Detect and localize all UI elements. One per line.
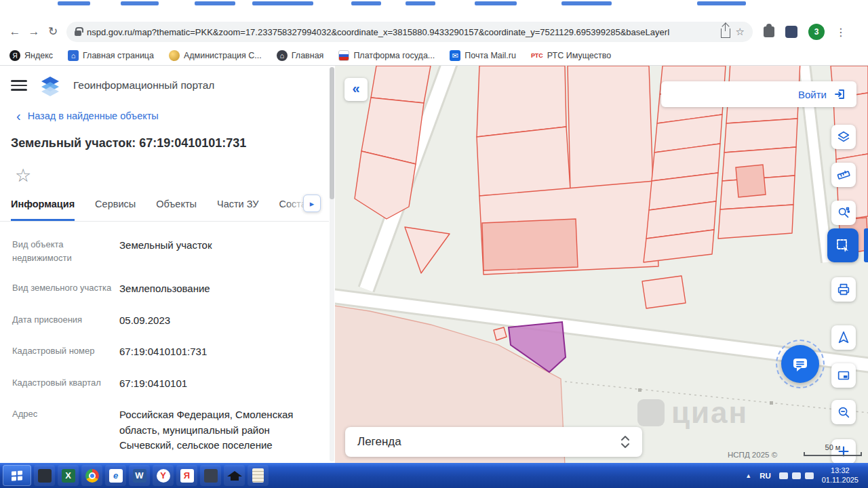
- field-row: Кадастровый номер 67:19:0410101:731: [12, 344, 319, 360]
- screen: ← → ↻ nspd.gov.ru/map?thematic=PKK&zoom=…: [0, 0, 868, 488]
- bookmark-star-icon[interactable]: ☆: [736, 26, 745, 38]
- object-search-button[interactable]: [831, 201, 856, 225]
- overview-frame-button[interactable]: [831, 363, 856, 388]
- geolocation-button[interactable]: [831, 325, 856, 350]
- forward-button[interactable]: →: [24, 22, 43, 41]
- field-row: Вид объекта недвижимости Земельный участ…: [12, 238, 319, 265]
- legend-panel[interactable]: Легенда: [345, 427, 642, 457]
- rts-favicon: РТС: [531, 50, 543, 61]
- tab-fragment: [252, 1, 313, 5]
- map-canvas[interactable]: циан: [329, 66, 868, 463]
- home-favicon: ⌂: [68, 50, 79, 61]
- tab-parts[interactable]: Части ЗУ: [217, 199, 259, 221]
- taskbar-dark-app-icon[interactable]: [34, 465, 55, 486]
- svg-text:циан: циан: [671, 396, 748, 429]
- windows-taskbar: X e W Y Я ▲ RU 13:32 01.11.2025: [0, 463, 868, 488]
- bookmark-main[interactable]: ⌂ Главная: [277, 50, 324, 61]
- reload-button[interactable]: ↻: [43, 22, 62, 41]
- object-title: Земельный участок: 67:19:0410101:731: [0, 121, 335, 150]
- chevron-left-icon: ‹: [16, 111, 21, 121]
- tab-services[interactable]: Сервисы: [95, 199, 136, 221]
- bookmark-gov-platform[interactable]: Платформа госуда...: [338, 50, 435, 61]
- tray-icon[interactable]: [805, 472, 814, 479]
- print-button[interactable]: [831, 277, 856, 302]
- start-button[interactable]: [3, 465, 31, 486]
- tabs-more-button[interactable]: ▸: [303, 195, 321, 212]
- flag-favicon: [338, 50, 349, 61]
- tray-icon[interactable]: [779, 472, 788, 479]
- panel-scrollbar[interactable]: [330, 67, 334, 462]
- app-title: Геоинформационный портал: [73, 79, 214, 92]
- profile-avatar[interactable]: 3: [808, 24, 825, 40]
- login-icon: [833, 87, 847, 101]
- bookmark-yandex[interactable]: Я Яндекс: [9, 50, 53, 61]
- tray-icon[interactable]: [792, 472, 801, 479]
- taskbar-chrome-icon[interactable]: [81, 465, 102, 486]
- layers-button[interactable]: [831, 125, 856, 149]
- taskbar-notepad-icon[interactable]: [248, 465, 269, 486]
- collapse-panel-button[interactable]: «: [344, 78, 368, 101]
- chat-button[interactable]: [781, 345, 819, 383]
- bookmark-home-page[interactable]: ⌂ Главная страница: [68, 50, 154, 61]
- address-bar[interactable]: nspd.gov.ru/map?thematic=PKK&zoom=17.233…: [66, 22, 753, 42]
- url-text[interactable]: nspd.gov.ru/map?thematic=PKK&zoom=17.233…: [87, 27, 715, 37]
- taskbar-excel-icon[interactable]: X: [58, 465, 79, 486]
- field-value: 05.09.2023: [119, 313, 319, 329]
- dark-favicon: ⌂: [277, 50, 288, 61]
- bookmark-label: Главная: [292, 51, 324, 60]
- map-search-button[interactable]: [831, 400, 856, 424]
- panel-tabs: Информация Сервисы Объекты Части ЗУ Сост…: [0, 185, 329, 222]
- scale-line: [804, 452, 862, 456]
- taskbar-word-icon[interactable]: W: [129, 465, 150, 486]
- field-label: Адрес: [12, 407, 114, 453]
- legend-expand-icon[interactable]: [620, 434, 630, 449]
- mail-favicon: ✉: [450, 50, 460, 61]
- field-label: Вид объекта недвижимости: [12, 238, 114, 265]
- measure-ruler-button[interactable]: [831, 163, 856, 187]
- taskbar-education-icon[interactable]: [224, 465, 245, 486]
- cadastral-map[interactable]: циан « Войти: [329, 66, 868, 463]
- login-button[interactable]: Войти: [661, 81, 856, 107]
- portal-logo[interactable]: [38, 73, 62, 98]
- back-link-label: Назад в найденные объекты: [28, 110, 159, 121]
- field-row: Кадастровый квартал 67:19:0410101: [12, 376, 319, 392]
- tab-fragment: [195, 1, 235, 5]
- bookmark-rts[interactable]: РТС РТС Имущество: [531, 50, 611, 61]
- tab-fragment: [406, 1, 435, 5]
- sidebar-extension-icon[interactable]: [785, 26, 797, 38]
- system-tray: ▲ RU 13:32 01.11.2025: [745, 466, 865, 485]
- bookmark-administration[interactable]: Администрация С...: [169, 50, 262, 61]
- taskbar-app-icon[interactable]: [200, 465, 221, 486]
- bookmark-mail[interactable]: ✉ Почта Mail.ru: [450, 50, 516, 61]
- back-to-results-link[interactable]: ‹ Назад в найденные объекты: [0, 105, 335, 121]
- clock-date: 01.11.2025: [822, 476, 859, 484]
- field-value: Землепользование: [119, 281, 319, 297]
- taskbar-ie-icon[interactable]: e: [105, 465, 126, 486]
- field-value: Земельный участок: [119, 238, 319, 265]
- login-label: Войти: [798, 89, 827, 100]
- share-icon[interactable]: [721, 28, 730, 38]
- taskbar-yandex-icon[interactable]: Я: [176, 465, 197, 486]
- scrollbar-thumb[interactable]: [330, 67, 334, 199]
- tray-expand-icon[interactable]: ▲: [745, 472, 751, 479]
- taskbar-yandex-browser-icon[interactable]: Y: [153, 465, 174, 486]
- field-row: Вид земельного участка Землепользование: [12, 281, 319, 297]
- lock-icon[interactable]: [75, 30, 81, 36]
- menu-kebab-icon[interactable]: ⋮: [835, 26, 846, 39]
- tab-information[interactable]: Информация: [11, 199, 75, 221]
- field-value: 67:19:0410101:731: [119, 344, 319, 360]
- hamburger-menu-icon[interactable]: [11, 79, 27, 92]
- tray-icons: [779, 472, 814, 479]
- tab-objects[interactable]: Объекты: [156, 199, 197, 221]
- scale-label: 50 м: [825, 443, 841, 451]
- field-row: Дата присвоения 05.09.2023: [12, 313, 319, 329]
- favorite-star-icon[interactable]: ☆: [0, 150, 335, 185]
- field-value: Российская Федерация, Смоленская область…: [119, 407, 319, 453]
- extensions-icon[interactable]: [764, 26, 774, 37]
- clock[interactable]: 13:32 01.11.2025: [822, 466, 859, 485]
- object-fields: Вид объекта недвижимости Земельный участ…: [0, 222, 335, 453]
- back-button[interactable]: ←: [5, 22, 24, 41]
- bookmark-label: Платформа госуда...: [353, 51, 435, 60]
- language-indicator[interactable]: RU: [760, 472, 771, 480]
- active-draw-tool-button[interactable]: [827, 228, 859, 262]
